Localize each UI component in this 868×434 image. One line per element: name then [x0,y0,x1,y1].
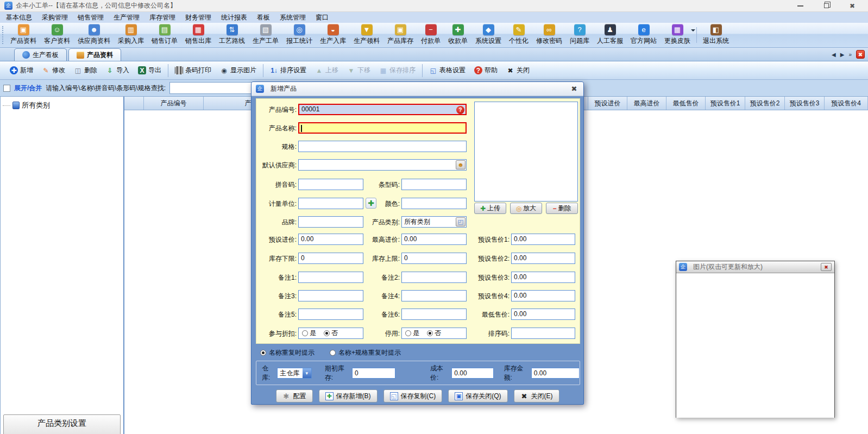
toolbar-button[interactable]: ◒ 生产入库 [316,23,350,47]
dialog-close-icon[interactable]: ✖ [569,85,579,93]
menu-item[interactable]: 看板 [252,12,275,23]
expand-collapse-link[interactable]: 展开/合并 [14,84,42,93]
toolbar-button[interactable]: ▧ 生产工单 [249,23,282,47]
image-panel-titlebar[interactable]: 企 图片(双击可更新和放大) ✖ [676,261,834,273]
menu-item[interactable]: 基本信息 [1,12,37,23]
help-icon[interactable]: ? [456,106,464,114]
toolbar-button[interactable]: ✚ 收款单 [444,23,471,47]
close-button[interactable]: ✖ [848,2,856,10]
tab-close-button[interactable]: ✖ [856,50,865,59]
dialog-button[interactable]: ✱ 配置 [276,389,313,402]
image-panel-close-button[interactable]: ✖ [821,263,832,271]
toolbar-button[interactable]: ▼ 生产领料 [350,23,383,47]
category-field[interactable]: 所有类别 ◰ [401,216,467,228]
product-code-field[interactable]: 00001 ? [298,104,467,115]
toolbar-grip[interactable] [2,26,5,44]
tab-scroll-left-icon[interactable]: ◀ [832,52,836,58]
min-sale-field[interactable]: 0.00 [511,309,575,320]
toolbar-button[interactable]: e 官方网站 [627,23,661,47]
add-unit-button[interactable]: ✚ [366,198,376,209]
action-button[interactable]: ⇩ 导入 [102,64,134,77]
column-header[interactable]: 预设售价1 [706,97,745,110]
toolbar-button[interactable]: ◎ 报工统计 [282,23,316,47]
column-header[interactable]: 最低售价 [666,97,706,110]
warehouse-select[interactable]: 主仓库 ▾ [277,368,311,379]
note6-field[interactable] [401,309,467,320]
action-button[interactable]: ◱ 表格设置 [422,64,470,77]
product-name-field[interactable] [298,122,467,134]
category-picker-icon[interactable]: ◰ [456,217,466,227]
menu-item[interactable]: 财务管理 [180,12,216,23]
toolbar-button[interactable]: ☺ 客户资料 [40,23,74,47]
image-action-button[interactable]: − 删除 [546,203,578,214]
sort-code-field[interactable] [511,328,575,339]
column-header[interactable] [124,97,144,110]
sale4-field[interactable]: 0.00 [511,290,575,301]
action-button[interactable]: ◉ 显示图片 [216,64,261,77]
note5-field[interactable] [298,309,363,320]
image-panel-body[interactable] [676,273,834,418]
toolbar-button[interactable]: ✎ 个性化 [505,23,532,47]
action-button[interactable]: ✚ 新增 [5,64,37,77]
column-header[interactable]: 预设售价4 [825,97,868,110]
menu-item[interactable]: 采购管理 [37,12,73,23]
stop-no-option[interactable]: 否 [427,329,441,338]
spec-field[interactable] [298,141,467,152]
toolbar-button[interactable]: ▥ 采购入库 [114,23,148,47]
category-settings-button[interactable]: 产品类别设置 [3,414,121,434]
tab-list-icon[interactable]: » [848,52,852,58]
toolbar-button[interactable]: ▤ 销售订单 [148,23,181,47]
note2-field[interactable] [401,272,467,283]
dialog-button[interactable]: ✚ 保存新增(B) [319,389,378,402]
duplicate-option[interactable]: 名称+规格重复时提示 [330,348,401,357]
supplier-field[interactable]: ☻ [298,159,467,171]
minimize-button[interactable] [796,2,804,10]
column-header[interactable]: 预设售价2 [745,97,785,110]
action-button[interactable]: X 导出 [134,64,166,77]
toolbar-button[interactable]: ⇅ 工艺路线 [215,23,249,47]
action-button[interactable]: ▼ 下移 [343,64,375,77]
toolbar-button[interactable]: ∞ 修改密码 [532,23,566,47]
note4-field[interactable] [401,290,467,301]
color-field[interactable] [401,198,467,209]
unit-field[interactable] [298,198,363,209]
brand-field[interactable] [298,216,363,228]
supplier-picker-icon[interactable]: ☻ [456,160,466,169]
toolbar-button[interactable]: ▣ 产品资料 [7,23,40,47]
column-header[interactable]: 预设售价3 [785,97,825,110]
menu-item[interactable]: 统计报表 [216,12,252,23]
init-stock-field[interactable]: 0 [352,368,395,379]
menu-item[interactable]: 库存管理 [144,12,180,23]
sale3-field[interactable]: 0.00 [511,272,575,283]
menu-item[interactable]: 窗口 [311,12,334,23]
note1-field[interactable] [298,272,363,283]
toolbar-button-exit[interactable]: ◧ 退出系统 [699,23,733,47]
toolbar-button[interactable]: ▣ 产品库存 [383,23,417,47]
sale2-field[interactable]: 0.00 [511,253,575,264]
toolbar-button[interactable]: ▦ 更换皮肤 [661,23,694,47]
action-button[interactable]: ▲ 上移 [311,64,343,77]
stop-yes-option[interactable]: 是 [405,329,419,338]
product-image-preview[interactable] [474,102,578,202]
action-button[interactable]: ◫ 删除 [70,64,102,77]
tree-item-all-categories[interactable]: 所有类别 [1,97,123,110]
toolbar-button[interactable]: ▦ 销售出库 [181,23,215,47]
note3-field[interactable] [298,290,363,301]
toolbar-button[interactable]: ☻ 供应商资料 [74,23,114,47]
max-buy-field[interactable]: 0.00 [401,234,467,245]
dialog-button[interactable]: ✖ 关闭(E) [514,389,559,402]
image-action-button[interactable]: ◎ 放大 [510,203,542,214]
dialog-titlebar[interactable]: 企 新增产品 ✖ [251,82,583,96]
menu-item[interactable]: 系统管理 [275,12,311,23]
column-header[interactable]: 预设进价 [588,97,627,110]
tab-production-board[interactable]: 生产看板 [14,48,67,61]
expand-collapse-checkbox[interactable] [3,85,10,92]
stock-amount-field[interactable]: 0.00 [531,368,580,379]
dialog-button[interactable]: ▣ 保存关闭(Q) [448,389,507,402]
column-header[interactable]: 产品编号 [144,97,204,110]
tab-product-data[interactable]: 产品资料 [68,48,121,61]
image-action-button[interactable]: ✚ 上传 [474,203,506,214]
toolbar-button[interactable]: ♟ 人工客服 [593,23,627,47]
column-header[interactable]: 最高进价 [627,97,666,110]
stock-min-field[interactable]: 0 [298,253,363,264]
